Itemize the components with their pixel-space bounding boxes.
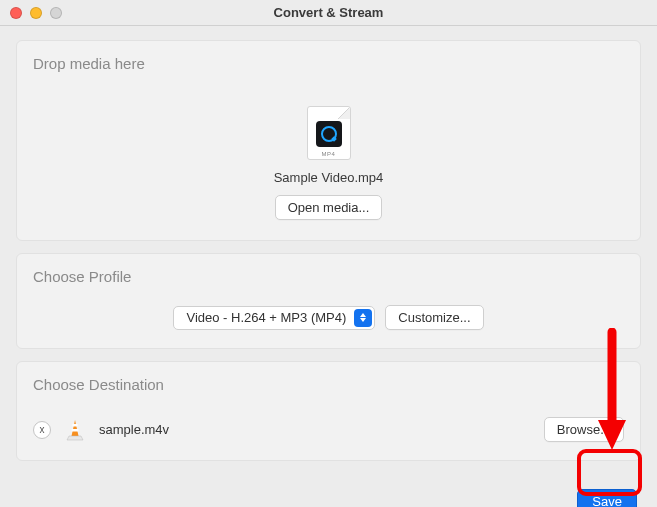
minimize-window-icon[interactable] — [30, 7, 42, 19]
customize-button[interactable]: Customize... — [385, 305, 483, 330]
file-thumbnail[interactable]: MP4 — [307, 106, 351, 160]
close-window-icon[interactable] — [10, 7, 22, 19]
destination-row: x sample.m4v Browse... — [33, 403, 624, 442]
choose-destination-panel: Choose Destination x sample.m4v Browse..… — [16, 361, 641, 461]
profile-row: Video - H.264 + MP3 (MP4) Customize... — [33, 295, 624, 330]
svg-rect-1 — [73, 424, 78, 427]
browse-button[interactable]: Browse... — [544, 417, 624, 442]
choose-profile-panel: Choose Profile Video - H.264 + MP3 (MP4)… — [16, 253, 641, 349]
dropped-file-name: Sample Video.mp4 — [274, 170, 384, 185]
titlebar: Convert & Stream — [0, 0, 657, 26]
destination-heading: Choose Destination — [33, 376, 624, 393]
svg-marker-3 — [67, 436, 83, 440]
profile-selected-label: Video - H.264 + MP3 (MP4) — [186, 310, 354, 325]
drop-heading: Drop media here — [33, 55, 624, 72]
clear-destination-button[interactable]: x — [33, 421, 51, 439]
footer-row: Save — [16, 473, 641, 507]
svg-marker-0 — [72, 420, 79, 436]
chevron-up-down-icon — [354, 309, 372, 327]
save-button[interactable]: Save — [577, 489, 637, 507]
window-title: Convert & Stream — [0, 5, 657, 20]
profile-select[interactable]: Video - H.264 + MP3 (MP4) — [173, 306, 375, 330]
drop-media-panel: Drop media here MP4 Sample Video.mp4 Ope… — [16, 40, 641, 241]
close-icon: x — [40, 425, 45, 435]
content: Drop media here MP4 Sample Video.mp4 Ope… — [0, 26, 657, 507]
quicktime-icon — [316, 121, 342, 147]
drop-area[interactable]: MP4 Sample Video.mp4 Open media... — [33, 82, 624, 220]
zoom-window-icon — [50, 7, 62, 19]
destination-filename: sample.m4v — [99, 422, 169, 437]
thumb-type-label: MP4 — [322, 151, 336, 157]
open-media-button[interactable]: Open media... — [275, 195, 383, 220]
traffic-lights — [10, 7, 62, 19]
svg-rect-2 — [72, 429, 79, 432]
profile-heading: Choose Profile — [33, 268, 624, 285]
vlc-cone-icon — [65, 419, 85, 441]
